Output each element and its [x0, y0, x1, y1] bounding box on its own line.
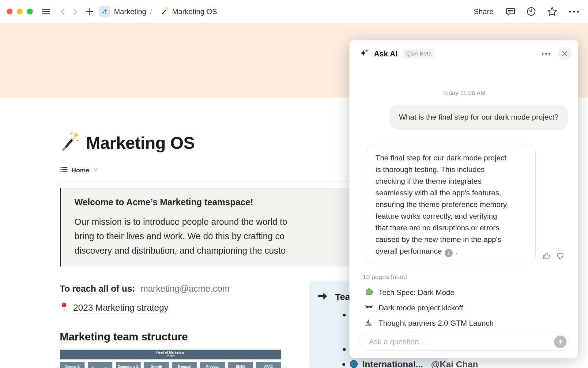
sidebar-menu-icon[interactable]: [42, 8, 50, 15]
answer-line: checking if the theme integrates: [375, 175, 527, 187]
bullet: [342, 363, 345, 366]
org-box: APAC MarketingTBH: [256, 362, 281, 368]
share-button[interactable]: Share: [474, 7, 493, 16]
org-box: Comms & ContentBackfill: [60, 362, 85, 368]
more-options-icon[interactable]: [568, 10, 579, 13]
ask-question-input-wrap: [359, 333, 570, 351]
org-head-name: Rachel: [165, 355, 175, 358]
org-box: EMEA MarketingAine: [228, 362, 253, 368]
ai-sparkle-icon: [360, 48, 370, 59]
qa-beta-badge: Q&A Beta: [402, 49, 435, 59]
answer-tail: overall performance: [375, 247, 442, 255]
globe-icon: [349, 360, 358, 368]
contact-label: To reach all of us:: [60, 284, 135, 293]
pushpin-icon: [60, 302, 68, 313]
org-head-role: Head of Marketing: [156, 351, 184, 355]
breadcrumb-separator: /: [150, 7, 152, 16]
puzzle-icon: [365, 288, 373, 297]
ask-question-input[interactable]: [369, 333, 528, 350]
org-chart-row: Comms & ContentBackfill CommunityDiana C…: [60, 362, 281, 368]
strategy-row: 2023 Marketing strategy: [60, 302, 168, 313]
breadcrumb: Marketing / Marketing OS: [114, 6, 217, 17]
source-page-row[interactable]: Tech Spec: Dark Mode: [365, 285, 494, 300]
close-panel-button[interactable]: [558, 47, 571, 60]
source-page-row[interactable]: Thought partners 2.0 GTM Launch: [365, 316, 494, 331]
answer-line-last: overall performance 1 .: [375, 245, 527, 257]
user-question-bubble: What is the final step for our dark mode…: [390, 105, 568, 130]
international-list-item[interactable]: International... @Kai Chan: [342, 359, 478, 368]
breadcrumb-teamspace[interactable]: Marketing: [114, 7, 146, 16]
source-page-row[interactable]: Dark mode project kickoff: [365, 300, 494, 316]
page-title-row: Marketing OS: [60, 131, 195, 153]
page-title: Marketing OS: [86, 133, 195, 153]
answer-line: is thorough testing. This includes: [375, 164, 527, 175]
sailboat-icon: [365, 318, 373, 328]
send-question-button[interactable]: [554, 335, 567, 348]
macos-traffic-lights: [7, 9, 33, 14]
source-page-title: Thought partners 2.0 GTM Launch: [379, 319, 494, 328]
pages-found-label: 10 pages found: [363, 273, 407, 281]
favorite-star-icon[interactable]: [547, 6, 557, 17]
panel-more-icon[interactable]: [541, 51, 551, 56]
right-arrow-icon: [317, 292, 328, 302]
answer-line: The final step for our dark mode project: [375, 152, 527, 164]
strategy-link[interactable]: 2023 Marketing strategy: [73, 303, 168, 313]
ask-ai-header: Ask AI Q&A Beta: [360, 47, 571, 60]
tab-home[interactable]: Home: [60, 166, 99, 175]
page-title-wand-icon[interactable]: [60, 131, 80, 153]
comments-icon[interactable]: [506, 7, 515, 17]
source-page-title: Dark mode project kickoff: [379, 304, 463, 312]
org-chart-image: Head of Marketing Rachel Comms & Content…: [60, 350, 281, 368]
window-toolbar: Marketing / Marketing OS Share: [0, 0, 588, 23]
feedback-buttons: [542, 252, 564, 264]
sunglasses-icon: [365, 303, 373, 313]
new-page-button[interactable]: [86, 8, 94, 16]
org-box: Demand GenerationHa: [172, 362, 197, 368]
team-callout-title: Tea: [335, 292, 350, 302]
answer-line: caused by the new theme in the app's: [375, 234, 527, 245]
answer-line: seamlessly with all the app's features,: [375, 187, 527, 199]
ask-ai-title: Ask AI: [374, 49, 398, 58]
back-button[interactable]: [59, 8, 66, 16]
citation-badge[interactable]: 1: [445, 249, 453, 257]
org-chart-head-box: Head of Marketing Rachel: [60, 350, 281, 359]
magic-wand-icon: [160, 6, 169, 17]
answer-line: feature works correctly, and verifying: [375, 210, 527, 222]
org-box: Campaigns & CreativeRob: [116, 362, 141, 368]
org-box: Product MarketingHurley: [200, 362, 225, 368]
answer-period: .: [456, 247, 458, 255]
teamspace-sparkle-icon[interactable]: [99, 6, 110, 17]
list-view-icon: [60, 166, 68, 175]
minimize-window-button[interactable]: [17, 9, 23, 14]
breadcrumb-page[interactable]: Marketing OS: [172, 7, 217, 16]
conversation-timestamp: Today 11:08 AM: [349, 90, 578, 97]
source-page-title: Tech Spec: Dark Mode: [379, 288, 454, 297]
tab-home-label: Home: [71, 167, 89, 174]
close-window-button[interactable]: [7, 9, 13, 14]
thumbs-up-icon[interactable]: [542, 252, 551, 262]
contact-row: To reach all of us: marketing@acme.com: [60, 284, 230, 294]
marketing-email-link[interactable]: marketing@acme.com: [141, 284, 230, 293]
person-mention[interactable]: @Kai Chan: [431, 359, 478, 368]
ask-ai-panel: Ask AI Q&A Beta Today 11:08 AM What is t…: [349, 40, 578, 358]
source-pages-list: Tech Spec: Dark Mode Dark mode project k…: [365, 285, 494, 331]
chevron-down-icon[interactable]: [93, 167, 99, 174]
answer-line: ensuring the theme preference memory: [375, 199, 527, 210]
ai-answer-bubble: The final step for our dark mode project…: [366, 145, 536, 264]
zoom-window-button[interactable]: [27, 9, 33, 14]
bullet: [343, 348, 346, 351]
org-box: CommunityDiana: [88, 362, 113, 368]
thumbs-down-icon[interactable]: [556, 252, 564, 262]
ai-answer-row: The final step for our dark mode project…: [366, 145, 564, 264]
team-structure-heading: Marketing team structure: [60, 331, 188, 343]
forward-button[interactable]: [72, 8, 78, 16]
bullet: [343, 314, 346, 316]
answer-line: that there are no disruptions or errors: [375, 222, 527, 234]
org-box: Growth MarketingBackfill: [144, 362, 169, 368]
history-clock-icon[interactable]: [526, 7, 536, 16]
international-page-link[interactable]: International...: [362, 359, 423, 368]
